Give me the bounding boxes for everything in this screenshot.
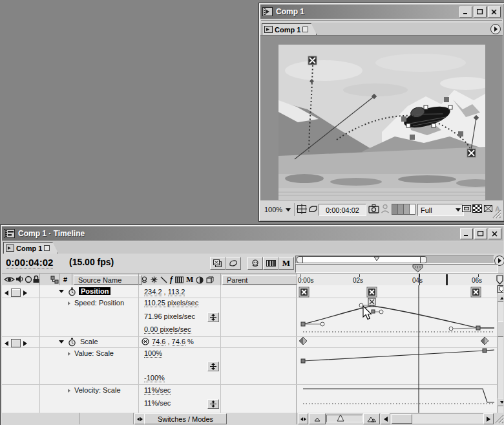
scale-x[interactable]: 74.6 [152, 338, 165, 346]
graph-height-button[interactable] [207, 312, 219, 322]
next-keyframe-icon[interactable] [23, 341, 27, 346]
speed-graph-curve[interactable] [303, 306, 494, 328]
horizontal-scrollbar[interactable] [390, 413, 484, 424]
speed-min-value[interactable]: 0.00 pixels/sec [144, 325, 191, 334]
transparency-grid-button[interactable] [472, 204, 482, 213]
blue-channel-icon[interactable] [404, 204, 410, 215]
solo-column-header[interactable] [25, 276, 32, 283]
scale-value[interactable]: 74.6 , 74.6 % [152, 338, 194, 345]
graph-keyframe[interactable] [372, 310, 375, 313]
expand-columns-button[interactable] [134, 413, 145, 424]
value-scale-max[interactable]: 100% [144, 349, 162, 358]
position-value[interactable]: 234.2 , 113.2 [144, 288, 185, 296]
keyframe-box[interactable] [467, 149, 476, 157]
current-time-marker[interactable] [412, 265, 423, 272]
sub-disclosure-icon[interactable] [68, 301, 70, 305]
graph-keyframe[interactable] [301, 322, 305, 326]
parent-column-header[interactable]: Parent [222, 275, 300, 285]
value-scale-min[interactable]: -100% [144, 374, 165, 382]
keyframe-diamond[interactable] [299, 337, 307, 345]
disclosure-triangle[interactable] [59, 340, 64, 343]
graph-keyframe[interactable] [476, 326, 480, 330]
zoom-in-button[interactable] [363, 413, 380, 424]
switches-modes-toggle[interactable]: Switches / Modes [144, 413, 227, 424]
position-x[interactable]: 234.2 [144, 288, 162, 296]
hscroll-right-button[interactable] [483, 413, 494, 424]
scroll-down-button[interactable] [498, 398, 503, 406]
safe-zones-button[interactable] [297, 204, 307, 214]
graph-keyframe[interactable] [483, 349, 487, 353]
current-time-display[interactable]: 0:00:04:02 [6, 257, 53, 268]
tab-close-icon[interactable] [44, 245, 50, 251]
work-area-bar[interactable] [295, 264, 498, 273]
video-column-header[interactable] [4, 276, 15, 283]
tab-comp1[interactable]: Comp 1 [262, 23, 317, 35]
resolution-menu[interactable]: Full [417, 204, 464, 216]
time-navigator[interactable] [295, 256, 494, 264]
previous-keyframe-icon[interactable] [5, 290, 8, 296]
time-ruler[interactable]: 0:00s 02s 04s 06s [297, 274, 498, 286]
shy-layers-button[interactable] [247, 257, 263, 270]
mask-toggle-button[interactable] [308, 204, 318, 213]
bezier-handle[interactable] [359, 303, 363, 307]
maximize-button[interactable] [474, 6, 487, 17]
disclosure-triangle[interactable] [59, 290, 64, 293]
keyframe-diamond[interactable] [481, 337, 488, 345]
index-column-header[interactable]: # [63, 276, 67, 283]
scrollbar-thumb[interactable] [392, 414, 412, 424]
bezier-handle[interactable] [449, 327, 453, 331]
navigator-end-handle[interactable] [420, 256, 427, 263]
tab-close-icon[interactable] [302, 27, 308, 32]
comp-marker-bin-icon[interactable] [498, 285, 503, 293]
marker-bin-icon[interactable] [496, 275, 504, 285]
close-button[interactable] [488, 228, 501, 239]
time-zoom-slider[interactable] [326, 415, 362, 422]
keyframe-influence-icon[interactable] [299, 287, 309, 297]
keyframe-influence-icon[interactable] [367, 287, 377, 297]
value-graph-line[interactable] [303, 350, 494, 361]
resize-grip[interactable] [491, 208, 501, 219]
minimize-button[interactable] [459, 6, 472, 17]
sub-disclosure-icon[interactable] [68, 352, 70, 356]
position-y[interactable]: 113.2 [168, 288, 185, 296]
vertical-scrollbar[interactable] [497, 285, 503, 413]
frame-blend-button[interactable] [263, 257, 278, 270]
zoom-out-button[interactable] [309, 413, 326, 424]
stopwatch-icon[interactable] [68, 287, 76, 296]
magnification-menu[interactable]: 100% [264, 204, 291, 215]
navigator-marker[interactable] [373, 256, 380, 262]
scroll-up-button[interactable] [498, 294, 503, 302]
timeline-titlebar[interactable]: Comp 1 · Timeline [2, 226, 503, 241]
keyframe-navigator-scale[interactable] [5, 339, 27, 347]
close-button[interactable] [488, 6, 501, 17]
tab-comp1-timeline[interactable]: Comp 1 [3, 242, 58, 254]
graph-area[interactable] [297, 285, 497, 413]
channel-buttons[interactable] [392, 204, 415, 215]
keyframe-checkbox[interactable] [11, 289, 21, 297]
comp-family-button[interactable] [226, 257, 241, 270]
stopwatch-icon[interactable] [68, 338, 76, 347]
constrain-proportions-icon[interactable] [142, 338, 149, 345]
velocity-graph-line[interactable] [303, 389, 494, 402]
velocity-scale-current[interactable]: 11%/sec [144, 386, 171, 395]
keyframe-influence-icon[interactable] [471, 287, 481, 297]
property-position[interactable]: Position [79, 287, 110, 295]
next-keyframe-icon[interactable] [23, 290, 27, 296]
comp-timecode-field[interactable]: 0:00:04:02 [319, 204, 366, 216]
navigator-view[interactable] [301, 256, 421, 263]
minimize-button[interactable] [460, 228, 473, 239]
comp-viewer-area[interactable] [260, 36, 503, 201]
scale-y[interactable]: 74.6 [172, 338, 185, 346]
graph-keyframe[interactable] [301, 359, 305, 363]
comp-shy-button[interactable] [210, 257, 226, 270]
speed-current-value[interactable]: 110.25 pixels/sec [144, 299, 198, 307]
comp-titlebar[interactable]: Comp 1 [260, 5, 503, 19]
comp-image[interactable] [278, 45, 485, 200]
scrollbar-thumb[interactable] [498, 321, 503, 337]
keyframe-checkbox[interactable] [11, 339, 21, 347]
parent-link-column-header[interactable] [50, 276, 59, 284]
graph-height-button[interactable] [207, 362, 219, 371]
previous-keyframe-icon[interactable] [5, 341, 8, 346]
panel-menu-button[interactable] [490, 24, 501, 34]
source-name-column-header[interactable]: Source Name [74, 275, 142, 285]
